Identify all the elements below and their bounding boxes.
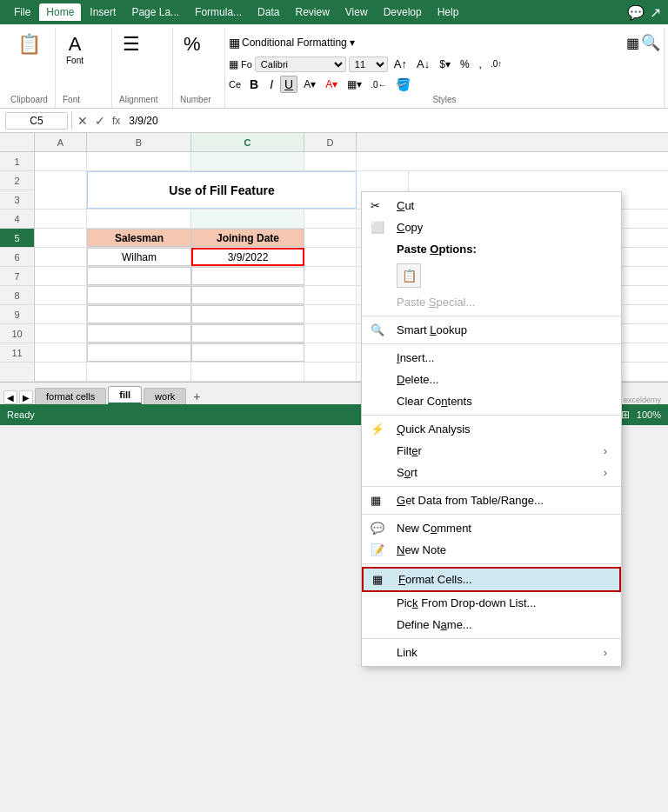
tab-work[interactable]: work — [144, 388, 186, 404]
underline-btn[interactable]: U — [280, 76, 297, 93]
decrease-decimal-btn[interactable]: .0← — [368, 78, 389, 91]
page-break-icon[interactable]: ⊞ — [621, 409, 630, 421]
cell-b1[interactable] — [87, 152, 191, 170]
cell-a11[interactable] — [35, 363, 87, 381]
formula-input[interactable] — [125, 113, 663, 129]
paint-bucket-btn[interactable]: 🪣 — [392, 76, 414, 93]
cell-a2[interactable] — [35, 171, 87, 209]
ctx-define-name[interactable]: Define Name... — [362, 614, 621, 636]
cell-d3[interactable] — [304, 210, 357, 228]
cell-c4-header[interactable]: Joining Date — [191, 229, 304, 247]
row-num-5[interactable]: 5 — [0, 229, 34, 248]
ctx-copy[interactable]: ⬜ Copy — [362, 216, 621, 238]
font-shrink-btn[interactable]: A↓ — [413, 56, 433, 72]
ctx-new-note[interactable]: 📝 New Note — [362, 539, 621, 561]
row-num-7[interactable]: 7 — [0, 267, 34, 286]
cell-b6[interactable] — [87, 267, 191, 285]
col-header-b[interactable]: B — [87, 133, 191, 151]
add-sheet-btn[interactable]: + — [188, 389, 205, 404]
font-color-btn[interactable]: A▾ — [322, 77, 341, 92]
ctx-link[interactable]: Link › — [362, 642, 621, 663]
confirm-formula-icon[interactable]: ✓ — [93, 114, 107, 128]
fill-color-btn[interactable]: A▾ — [300, 77, 319, 92]
clipboard-btn[interactable]: 📋 — [14, 31, 44, 57]
cell-c5-date[interactable]: 3/9/2022 — [191, 248, 304, 266]
row-num-6[interactable]: 6 — [0, 248, 34, 267]
cell-b8[interactable] — [87, 305, 191, 323]
ctx-pick-dropdown[interactable]: Pick From Drop-down List... — [362, 592, 621, 614]
row-num-1[interactable]: 1 — [0, 152, 34, 171]
ctx-format-cells[interactable]: ▦ Format Cells... — [362, 567, 621, 592]
font-btn[interactable]: A Font — [63, 31, 87, 67]
cell-a4[interactable] — [35, 229, 87, 247]
menu-view[interactable]: View — [338, 3, 375, 21]
cell-c6[interactable] — [191, 267, 304, 285]
ctx-smart-lookup[interactable]: 🔍 Smart Lookup — [362, 319, 621, 341]
font-size-select[interactable]: 11 — [349, 57, 388, 72]
ctx-sort[interactable]: Sort › — [362, 462, 621, 483]
borders-btn[interactable]: ▦▾ — [344, 77, 365, 92]
ctx-delete[interactable]: Delete... — [362, 369, 621, 390]
ctx-paste-special[interactable]: Paste Special... — [362, 291, 621, 313]
cell-a8[interactable] — [35, 305, 87, 323]
paste-icon-1[interactable]: 📋 — [397, 263, 421, 288]
italic-btn[interactable]: I — [265, 76, 277, 93]
menu-develop[interactable]: Develop — [377, 3, 429, 21]
cell-d5[interactable] — [304, 248, 357, 266]
cell-c7[interactable] — [191, 286, 304, 304]
cell-c9[interactable] — [191, 324, 304, 343]
cell-d7[interactable] — [304, 286, 357, 304]
cell-a10[interactable] — [35, 343, 87, 362]
col-header-a[interactable]: A — [35, 133, 87, 151]
cell-c1[interactable] — [191, 152, 304, 170]
comment-icon[interactable]: 💬 — [627, 4, 645, 21]
col-header-c[interactable]: C — [191, 133, 304, 151]
tab-format-cells[interactable]: format cells — [35, 388, 106, 404]
cell-d10[interactable] — [304, 343, 357, 362]
decimal-inc-btn[interactable]: .0↑ — [488, 57, 504, 70]
share-icon[interactable]: ↗ — [650, 4, 661, 21]
alignment-btn[interactable]: ☰ — [119, 31, 144, 57]
row-num-9[interactable]: 9 — [0, 305, 34, 324]
bold-btn[interactable]: B — [245, 76, 263, 93]
col-header-d[interactable]: D — [304, 133, 357, 151]
menu-formulas[interactable]: Formula... — [188, 3, 249, 21]
cell-a1[interactable] — [35, 152, 87, 170]
cell-b3[interactable] — [87, 210, 191, 228]
cell-d9[interactable] — [304, 324, 357, 343]
font-select[interactable]: Calibri — [255, 57, 346, 72]
cell-a3[interactable] — [35, 210, 87, 228]
cell-b10[interactable] — [87, 343, 191, 362]
menu-insert[interactable]: Insert — [83, 3, 123, 21]
cell-d8[interactable] — [304, 305, 357, 323]
row-num-10[interactable]: 10 — [0, 324, 34, 343]
cell-reference-input[interactable] — [5, 112, 68, 130]
number-btn[interactable]: % — [180, 31, 204, 57]
cell-d11[interactable] — [304, 363, 357, 381]
cell-c11[interactable] — [191, 363, 304, 381]
cell-d6[interactable] — [304, 267, 357, 285]
ctx-new-comment[interactable]: 💬 New Comment — [362, 517, 621, 539]
cancel-formula-icon[interactable]: ✕ — [76, 114, 90, 128]
font-grow-btn[interactable]: A↑ — [391, 56, 411, 72]
ctx-get-data[interactable]: ▦ Get Data from Table/Range... — [362, 489, 621, 511]
cell-c8[interactable] — [191, 305, 304, 323]
insert-function-icon[interactable]: fx — [110, 115, 122, 127]
cell-c3[interactable] — [191, 210, 304, 228]
cell-b5-salesman[interactable]: Wilham — [87, 248, 191, 266]
conditional-formatting-btn[interactable]: Conditional Formatting ▾ — [242, 37, 355, 49]
menu-home[interactable]: Home — [39, 3, 81, 21]
cell-c10[interactable] — [191, 343, 304, 362]
ctx-filter[interactable]: Filter › — [362, 440, 621, 462]
cell-a9[interactable] — [35, 324, 87, 343]
ctx-cut[interactable]: ✂ Cut — [362, 195, 621, 216]
cell-d4[interactable] — [304, 229, 357, 247]
currency-btn[interactable]: $▾ — [436, 57, 454, 72]
ctx-insert[interactable]: Insert... — [362, 347, 621, 369]
row-num-8[interactable]: 8 — [0, 286, 34, 305]
menu-data[interactable]: Data — [250, 3, 286, 21]
menu-review[interactable]: Review — [288, 3, 336, 21]
cell-b4-header[interactable]: Salesman — [87, 229, 191, 247]
ctx-clear-contents[interactable]: Clear Contents — [362, 390, 621, 412]
cell-a6[interactable] — [35, 267, 87, 285]
